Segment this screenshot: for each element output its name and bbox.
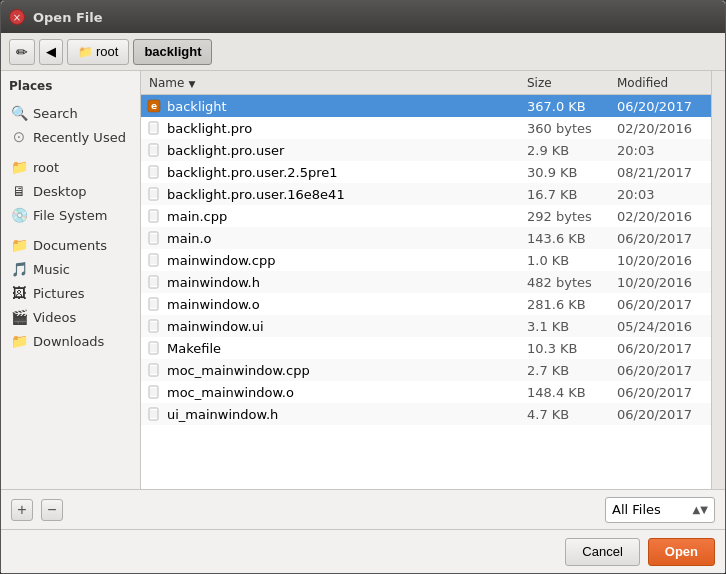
add-bookmark-button[interactable]: + — [11, 499, 33, 521]
sidebar-item-pictures[interactable]: 🖼 Pictures — [3, 281, 138, 305]
column-size[interactable]: Size — [527, 76, 617, 90]
sidebar-item-desktop[interactable]: 🖥 Desktop — [3, 179, 138, 203]
videos-icon: 🎬 — [11, 309, 27, 325]
sidebar-item-documents[interactable]: 📁 Documents — [3, 233, 138, 257]
recently-used-icon: ⊙ — [11, 129, 27, 145]
file-size: 30.9 KB — [527, 165, 617, 180]
file-modified: 06/20/2017 — [617, 231, 707, 246]
file-modified: 20:03 — [617, 143, 707, 158]
table-row[interactable]: moc_mainwindow.cpp2.7 KB06/20/2017 — [141, 359, 711, 381]
file-size: 143.6 KB — [527, 231, 617, 246]
svg-rect-62 — [149, 386, 158, 398]
file-icon — [145, 141, 163, 159]
file-size: 10.3 KB — [527, 341, 617, 356]
file-modified: 06/20/2017 — [617, 363, 707, 378]
dialog-title: Open File — [33, 10, 103, 25]
file-size: 281.6 KB — [527, 297, 617, 312]
edit-button[interactable] — [9, 39, 35, 65]
file-modified: 05/24/2016 — [617, 319, 707, 334]
table-row[interactable]: moc_mainwindow.o148.4 KB06/20/2017 — [141, 381, 711, 403]
file-icon — [145, 383, 163, 401]
file-filter-dropdown[interactable]: All Files ▲▼ — [605, 497, 715, 523]
file-modified: 10/20/2016 — [617, 253, 707, 268]
svg-rect-42 — [149, 298, 158, 310]
file-name: backlight.pro.user.2.5pre1 — [167, 165, 527, 180]
file-modified: 10/20/2016 — [617, 275, 707, 290]
table-row[interactable]: backlight.pro.user.16e8e4116.7 KB20:03 — [141, 183, 711, 205]
back-button[interactable]: ◀ — [39, 39, 63, 65]
close-button[interactable]: × — [9, 9, 25, 25]
file-modified: 02/20/2016 — [617, 209, 707, 224]
music-icon: 🎵 — [11, 261, 27, 277]
file-modified: 02/20/2016 — [617, 121, 707, 136]
file-icon — [145, 163, 163, 181]
documents-icon: 📁 — [11, 237, 27, 253]
column-name[interactable]: Name — [145, 76, 527, 90]
file-name: mainwindow.ui — [167, 319, 527, 334]
svg-rect-12 — [149, 166, 158, 178]
file-name: backlight.pro — [167, 121, 527, 136]
remove-bookmark-button[interactable]: − — [41, 499, 63, 521]
file-size: 482 bytes — [527, 275, 617, 290]
filter-dropdown-arrow: ▲▼ — [693, 504, 708, 515]
column-modified[interactable]: Modified — [617, 76, 707, 90]
file-icon — [145, 317, 163, 335]
open-button[interactable]: Open — [648, 538, 715, 566]
sidebar-item-videos[interactable]: 🎬 Videos — [3, 305, 138, 329]
sidebar-item-search[interactable]: 🔍 Search — [3, 101, 138, 125]
file-size: 4.7 KB — [527, 407, 617, 422]
file-name: main.cpp — [167, 209, 527, 224]
table-row[interactable]: ui_mainwindow.h4.7 KB06/20/2017 — [141, 403, 711, 425]
svg-rect-67 — [149, 408, 158, 420]
file-size: 2.9 KB — [527, 143, 617, 158]
table-row[interactable]: backlight.pro360 bytes02/20/2016 — [141, 117, 711, 139]
root-breadcrumb[interactable]: 📁 root — [67, 39, 129, 65]
file-size: 148.4 KB — [527, 385, 617, 400]
sidebar-item-recently-used[interactable]: ⊙ Recently Used — [3, 125, 138, 149]
table-row[interactable]: backlight.pro.user.2.5pre130.9 KB08/21/2… — [141, 161, 711, 183]
table-row[interactable]: ebacklight367.0 KB06/20/2017 — [141, 95, 711, 117]
folder-red-icon: 📁 — [11, 159, 27, 175]
table-row[interactable]: mainwindow.h482 bytes10/20/2016 — [141, 271, 711, 293]
sidebar-item-root[interactable]: 📁 root — [3, 155, 138, 179]
table-row[interactable]: mainwindow.o281.6 KB06/20/2017 — [141, 293, 711, 315]
file-modified: 08/21/2017 — [617, 165, 707, 180]
sidebar-item-music[interactable]: 🎵 Music — [3, 257, 138, 281]
svg-rect-17 — [149, 188, 158, 200]
table-row[interactable]: backlight.pro.user2.9 KB20:03 — [141, 139, 711, 161]
svg-rect-57 — [149, 364, 158, 376]
svg-text:e: e — [151, 101, 157, 111]
file-name: moc_mainwindow.cpp — [167, 363, 527, 378]
file-name: backlight.pro.user.16e8e41 — [167, 187, 527, 202]
svg-rect-2 — [149, 122, 158, 134]
open-file-dialog: × Open File ◀ 📁 root backlight Places 🔍 … — [0, 0, 726, 574]
table-row[interactable]: main.o143.6 KB06/20/2017 — [141, 227, 711, 249]
cancel-button[interactable]: Cancel — [565, 538, 639, 566]
file-list-area: Name Size Modified ebacklight367.0 KB06/… — [141, 71, 711, 489]
table-row[interactable]: main.cpp292 bytes02/20/2016 — [141, 205, 711, 227]
file-size: 292 bytes — [527, 209, 617, 224]
file-size: 1.0 KB — [527, 253, 617, 268]
file-name: Makefile — [167, 341, 527, 356]
file-size: 16.7 KB — [527, 187, 617, 202]
sidebar-item-downloads[interactable]: 📁 Downloads — [3, 329, 138, 353]
table-row[interactable]: mainwindow.ui3.1 KB05/24/2016 — [141, 315, 711, 337]
svg-rect-52 — [149, 342, 158, 354]
action-bar: Cancel Open — [1, 529, 725, 573]
sidebar-item-filesystem[interactable]: 💿 File System — [3, 203, 138, 227]
file-icon — [145, 295, 163, 313]
sidebar: Places 🔍 Search ⊙ Recently Used 📁 root 🖥… — [1, 71, 141, 489]
executable-icon: e — [145, 97, 163, 115]
desktop-icon: 🖥 — [11, 183, 27, 199]
file-modified: 06/20/2017 — [617, 341, 707, 356]
file-modified: 06/20/2017 — [617, 99, 707, 114]
file-list-header: Name Size Modified — [141, 71, 711, 95]
content-area: Places 🔍 Search ⊙ Recently Used 📁 root 🖥… — [1, 71, 725, 489]
scrollbar[interactable] — [711, 71, 725, 489]
file-size: 2.7 KB — [527, 363, 617, 378]
file-size: 360 bytes — [527, 121, 617, 136]
table-row[interactable]: mainwindow.cpp1.0 KB10/20/2016 — [141, 249, 711, 271]
table-row[interactable]: Makefile10.3 KB06/20/2017 — [141, 337, 711, 359]
current-dir-breadcrumb[interactable]: backlight — [133, 39, 212, 65]
file-name: ui_mainwindow.h — [167, 407, 527, 422]
